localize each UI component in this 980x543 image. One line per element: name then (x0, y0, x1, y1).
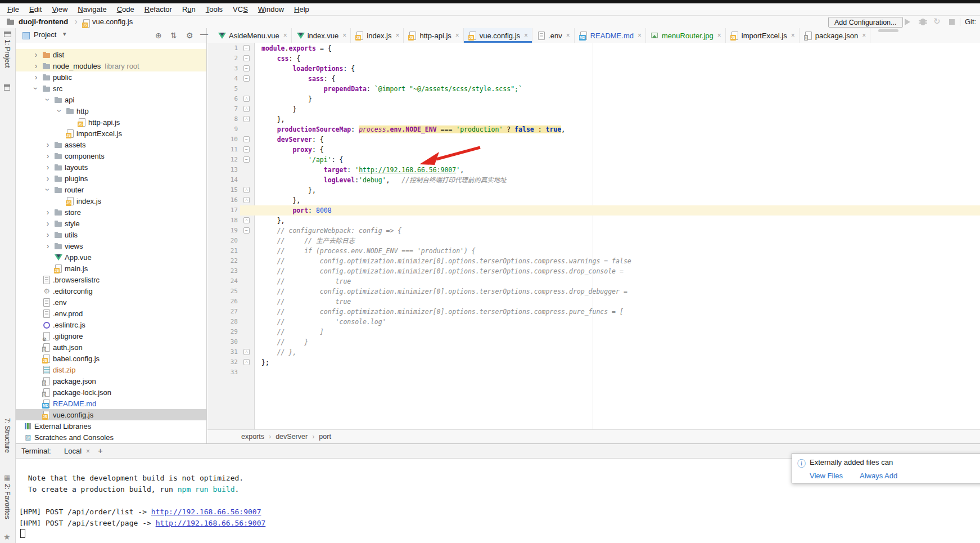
close-icon[interactable]: × (342, 32, 346, 39)
stripe-structure-button[interactable]: 7: Structure (3, 418, 11, 453)
close-icon[interactable]: × (638, 32, 642, 39)
chevron-icon[interactable]: › (44, 163, 52, 171)
tree-item-utils[interactable]: ›utils (16, 229, 206, 240)
always-add-link[interactable]: Always Add (860, 472, 897, 480)
tree-item-package-lock-json[interactable]: {}package-lock.json (16, 387, 206, 398)
tool-windows-icon[interactable] (4, 32, 11, 37)
chevron-icon[interactable]: › (44, 208, 52, 216)
chevron-icon[interactable]: › (44, 242, 52, 250)
menu-edit[interactable]: Edit (24, 3, 47, 16)
tree-item-eslintrc-js[interactable]: .eslintrc.js (16, 319, 206, 330)
fold-icon[interactable]: − (243, 146, 250, 152)
breadcrumb-devserver[interactable]: devServer (276, 433, 308, 441)
tree-item-babel-config-js[interactable]: JSbabel.config.js (16, 353, 206, 364)
tree-item-dist-zip[interactable]: dist.zip (16, 364, 206, 375)
add-configuration-button[interactable]: Add Configuration... (828, 17, 903, 28)
tree-item-node-modules[interactable]: ›node_moduleslibrary root (16, 60, 206, 71)
chevron-icon[interactable]: › (44, 141, 52, 149)
tree-item-http-api-js[interactable]: JShttp-api.js (16, 116, 206, 128)
hide-panel-icon[interactable]: — (200, 29, 208, 39)
tree-item-auth-json[interactable]: {}auth.json (16, 342, 206, 353)
chevron-icon[interactable]: › (44, 174, 52, 182)
fold-icon[interactable]: − (243, 55, 250, 61)
tab-env[interactable]: .env× (532, 28, 575, 43)
terminal-link[interactable]: http://192.168.66.56:9007 (156, 519, 266, 527)
tree-item-readme-md[interactable]: MDREADME.md (16, 398, 206, 409)
tree-item-app-vue[interactable]: App.vue (16, 252, 206, 263)
fold-icon[interactable]: ˄ (243, 106, 250, 112)
menu-tools[interactable]: Tools (201, 3, 228, 16)
tab-menurouter-jpg[interactable]: menuRouter.jpg× (646, 28, 726, 43)
code-editor[interactable]: 1−module.exports = {2− css: {3− loaderOp… (207, 43, 980, 429)
tree-item-api[interactable]: ›api (16, 94, 206, 105)
chevron-icon[interactable]: › (32, 84, 40, 92)
tab-http-api-js[interactable]: JShttp-api.js× (404, 28, 463, 43)
fold-icon[interactable]: ˄ (243, 349, 250, 355)
breadcrumb-project[interactable]: duoji-frontend (19, 17, 68, 26)
gear-icon[interactable]: ⚙ (186, 30, 193, 41)
tab-index-js[interactable]: JSindex.js× (351, 28, 404, 43)
chevron-icon[interactable]: › (56, 107, 64, 115)
fold-icon[interactable]: ˄ (243, 217, 250, 223)
fold-icon[interactable]: − (243, 156, 250, 163)
terminal-tab-local[interactable]: Local× (64, 447, 90, 455)
tree-item-package-json[interactable]: {}package.json (16, 375, 206, 387)
close-icon[interactable]: × (717, 32, 721, 39)
menu-code[interactable]: Code (112, 3, 139, 16)
tree-item-store[interactable]: ›store (16, 207, 206, 218)
tree-item-plugins[interactable]: ›plugins (16, 173, 206, 184)
tree-item-main-js[interactable]: JSmain.js (16, 263, 206, 274)
fold-icon[interactable]: ˄ (243, 359, 250, 365)
tab-index-vue[interactable]: index.vue× (292, 28, 351, 43)
view-files-link[interactable]: View Files (810, 472, 843, 480)
chevron-icon[interactable]: › (32, 51, 40, 59)
tree-item-style[interactable]: ›style (16, 218, 206, 229)
star-icon[interactable]: ★ (3, 532, 11, 541)
stripe-project-button[interactable]: 1: Project (3, 39, 11, 68)
fold-icon[interactable]: − (243, 45, 250, 51)
fold-icon[interactable]: ˄ (243, 197, 250, 203)
tree-item-env-prod[interactable]: .env.prod (16, 308, 206, 319)
tree-item-dist[interactable]: ›dist (16, 49, 206, 60)
tree-item-vue-config-js[interactable]: JSvue.config.js (16, 409, 206, 420)
run-icon[interactable] (905, 19, 910, 25)
tree-item-http[interactable]: ›http (16, 105, 206, 116)
tree-item-layouts[interactable]: ›layouts (16, 161, 206, 173)
fold-icon[interactable]: − (243, 227, 250, 234)
terminal-link[interactable]: http://192.168.66.56:9007 (151, 508, 261, 516)
chevron-icon[interactable]: › (44, 152, 52, 160)
menu-navigate[interactable]: Navigate (73, 3, 111, 16)
chevron-icon[interactable]: › (32, 62, 40, 70)
tab-importexcel-js[interactable]: JSimportExcel.js× (726, 28, 800, 43)
chevron-icon[interactable]: › (44, 219, 52, 227)
tab-vue-config-js[interactable]: JSvue.config.js× (464, 28, 532, 43)
fold-icon[interactable]: ˄ (243, 187, 250, 193)
menu-help[interactable]: Help (289, 3, 314, 16)
fold-icon[interactable]: ˄ (243, 96, 250, 102)
fold-icon[interactable]: − (243, 75, 250, 82)
tab-readme-md[interactable]: MDREADME.md× (575, 28, 646, 43)
collapse-all-icon[interactable]: ⇅ (170, 30, 177, 41)
breadcrumb-port[interactable]: port (319, 433, 331, 441)
project-panel-title[interactable]: Project (34, 30, 56, 39)
tree-item-gitignore[interactable]: ⊘.gitignore (16, 330, 206, 342)
tree-item-index-js[interactable]: JSindex.js (16, 195, 206, 207)
tree-item-public[interactable]: ›public (16, 71, 206, 83)
tree-item-external-libraries[interactable]: External Libraries (16, 420, 206, 432)
git-branch-widget[interactable]: Git: (965, 17, 976, 26)
tab-package-json[interactable]: {}package.json× (800, 28, 871, 43)
menu-refactor[interactable]: Refactor (139, 3, 177, 16)
close-icon[interactable]: × (455, 32, 459, 39)
close-icon[interactable]: × (862, 32, 866, 39)
debug-icon[interactable] (920, 19, 925, 25)
menu-view[interactable]: View (47, 3, 73, 16)
terminal-panel-title[interactable]: Terminal: (21, 447, 51, 455)
chevron-down-icon[interactable]: ▾ (63, 30, 66, 38)
breadcrumb-file[interactable]: vue.config.js (92, 17, 133, 26)
menu-run[interactable]: Run (177, 3, 201, 16)
menu-window[interactable]: Window (253, 3, 289, 16)
tree-item-importexcel-js[interactable]: JSimportExcel.js (16, 128, 206, 139)
profiler-icon[interactable]: ↻ (933, 16, 941, 26)
chevron-icon[interactable]: › (44, 231, 52, 239)
menu-file[interactable]: File (2, 3, 24, 16)
